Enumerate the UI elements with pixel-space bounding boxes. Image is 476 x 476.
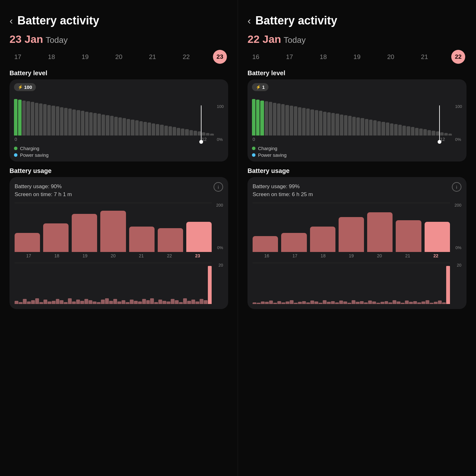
time-line <box>201 105 202 142</box>
bottom-bar <box>68 298 72 304</box>
date-nav-item-19[interactable]: 19 <box>78 53 92 61</box>
date-nav-item-22[interactable]: 22 <box>179 53 193 61</box>
date-nav-item-20[interactable]: 20 <box>112 53 126 61</box>
date-nav-item-18[interactable]: 18 <box>316 53 330 61</box>
battery-bar <box>106 115 109 136</box>
usage-bar-group <box>186 222 212 252</box>
screen-time: Screen on time: 7 h 1 m <box>15 191 72 198</box>
usage-x-labels: 17181920212223 <box>15 253 223 258</box>
legend-label: Charging <box>20 146 39 151</box>
bottom-bar <box>56 299 60 304</box>
battery-bar <box>423 129 427 136</box>
time-pin <box>199 140 203 144</box>
bottom-bar <box>39 302 43 304</box>
battery-bar <box>365 119 368 136</box>
bottom-bar <box>393 300 396 304</box>
battery-bar <box>122 118 126 136</box>
info-icon[interactable]: i <box>214 182 223 192</box>
battery-bar <box>202 132 205 136</box>
date-nav-item-17[interactable]: 17 <box>282 53 296 61</box>
date-nav-item-18[interactable]: 18 <box>44 53 58 61</box>
bottom-bar <box>84 299 88 304</box>
date-nav: 17181920212223 <box>10 50 228 64</box>
usage-bar <box>339 217 364 252</box>
bottom-bar <box>183 298 187 304</box>
battery-bar <box>131 120 134 136</box>
battery-bar <box>64 108 68 136</box>
bottom-bar <box>257 303 261 304</box>
usage-bar <box>15 233 40 252</box>
bottom-bar <box>364 302 368 304</box>
bottom-bar <box>126 302 129 304</box>
battery-bar <box>273 103 276 136</box>
battery-level-card: ⚡10121000%ChargingPower saving <box>248 79 466 162</box>
battery-bar <box>323 112 327 136</box>
bottom-bar <box>89 300 92 304</box>
usage-bars-row <box>253 203 461 252</box>
date-today: Today <box>284 35 306 45</box>
date-nav-item-19[interactable]: 19 <box>350 53 364 61</box>
bottom-bar <box>122 300 125 304</box>
date-nav-item-16[interactable]: 16 <box>249 53 263 61</box>
battery-bar <box>252 99 255 136</box>
battery-bar <box>89 112 93 136</box>
battery-bar <box>398 125 402 136</box>
date-nav-item-20[interactable]: 20 <box>384 53 398 61</box>
legend-label: Power saving <box>20 152 49 158</box>
bottom-bar <box>442 302 446 304</box>
bottom-bar <box>347 303 351 304</box>
bottom-bar <box>187 301 191 304</box>
bottom-bar <box>142 299 146 304</box>
date-bold: 22 Jan <box>248 33 281 45</box>
date-line: 22 JanToday <box>248 33 466 45</box>
bottom-bar <box>195 301 199 304</box>
battery-bar <box>377 121 381 136</box>
usage-x-label-18: 18 <box>43 253 71 258</box>
date-nav-item-22[interactable]: 22 <box>451 50 465 64</box>
bottom-bar <box>138 301 142 304</box>
battery-bar <box>135 120 139 136</box>
battery-bar <box>386 122 389 136</box>
battery-bar <box>68 109 72 136</box>
bottom-bar <box>52 301 56 304</box>
battery-bar <box>60 107 63 136</box>
date-nav-item-21[interactable]: 21 <box>418 53 432 61</box>
bottom-bars-row <box>253 263 461 304</box>
date-line: 23 JanToday <box>10 33 228 45</box>
legend-dot-blue <box>14 153 17 157</box>
bottom-bar <box>323 300 327 304</box>
battery-bar <box>448 134 452 136</box>
usage-x-label-21: 21 <box>393 253 422 258</box>
x-label-0: 0 <box>253 137 255 142</box>
info-icon[interactable]: i <box>452 182 461 192</box>
usage-text: Battery usage: 90%Screen on time: 7 h 1 … <box>15 182 72 198</box>
date-nav-item-17[interactable]: 17 <box>11 53 25 61</box>
usage-bar <box>253 236 278 252</box>
battery-bar <box>327 112 331 136</box>
date-nav-item-21[interactable]: 21 <box>146 53 160 61</box>
battery-bar <box>51 106 55 136</box>
legend-label: Charging <box>258 146 277 151</box>
bottom-bar <box>109 301 113 304</box>
battery-bar <box>415 128 419 136</box>
bottom-bar <box>179 302 183 304</box>
bottom-bar <box>368 301 372 304</box>
battery-bar <box>369 120 373 136</box>
usage-x-label-23: 23 <box>183 253 212 258</box>
date-nav-item-23[interactable]: 23 <box>213 50 227 64</box>
battery-bar <box>432 131 435 136</box>
back-button[interactable]: ‹ <box>10 15 13 27</box>
back-button[interactable]: ‹ <box>248 15 251 27</box>
battery-bar <box>139 121 143 136</box>
bottom-chart-wrap: 20 <box>253 263 461 304</box>
battery-bar <box>114 117 118 136</box>
battery-bar <box>331 113 335 136</box>
bottom-bar <box>446 266 450 304</box>
battery-bar <box>360 118 364 136</box>
bottom-bar <box>397 301 400 304</box>
bottom-bar <box>401 303 405 304</box>
usage-x-label-17: 17 <box>15 253 43 258</box>
bottom-bar <box>200 299 203 304</box>
bottom-bar <box>208 266 212 304</box>
chart-x-labels: 012 <box>14 137 214 142</box>
